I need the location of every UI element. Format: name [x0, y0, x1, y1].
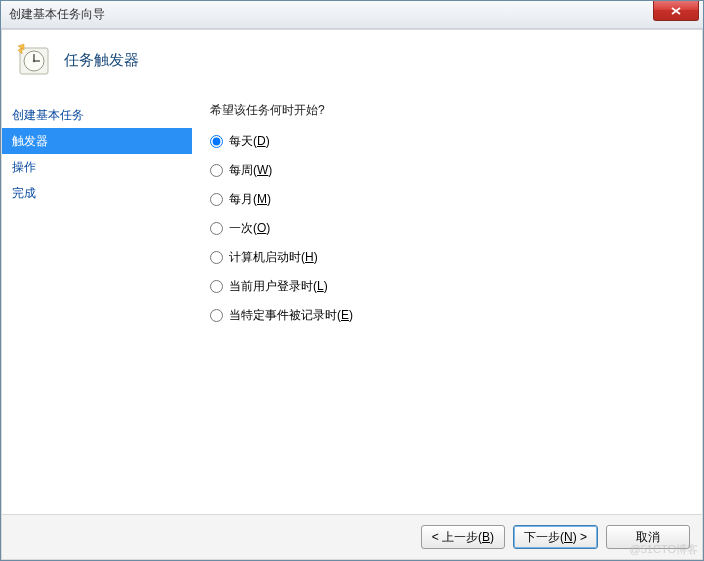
radio-monthly-input[interactable]: [210, 193, 223, 206]
close-button[interactable]: [653, 1, 699, 21]
radio-weekly-label: 每周(W): [229, 162, 272, 179]
radio-monthly[interactable]: 每月(M): [210, 191, 682, 208]
trigger-question: 希望该任务何时开始?: [210, 102, 682, 119]
radio-logon[interactable]: 当前用户登录时(L): [210, 278, 682, 295]
back-button[interactable]: < 上一步(B): [421, 525, 505, 549]
radio-event-input[interactable]: [210, 309, 223, 322]
sidebar-item-action[interactable]: 操作: [2, 154, 192, 180]
next-button[interactable]: 下一步(N) >: [513, 525, 598, 549]
radio-event-label: 当特定事件被记录时(E): [229, 307, 353, 324]
sidebar-item-create-task[interactable]: 创建基本任务: [2, 102, 192, 128]
radio-boot-label: 计算机启动时(H): [229, 249, 318, 266]
wizard-window: 创建基本任务向导 任务触发器 创建基本任务: [0, 0, 704, 561]
radio-logon-label: 当前用户登录时(L): [229, 278, 328, 295]
clock-icon: [16, 42, 52, 78]
footer: < 上一步(B) 下一步(N) > 取消: [2, 514, 702, 559]
sidebar-item-trigger[interactable]: 触发器: [2, 128, 192, 154]
radio-weekly[interactable]: 每周(W): [210, 162, 682, 179]
radio-daily-label: 每天(D): [229, 133, 270, 150]
radio-once-label: 一次(O): [229, 220, 270, 237]
radio-boot-input[interactable]: [210, 251, 223, 264]
content-row: 创建基本任务 触发器 操作 完成 希望该任务何时开始? 每天(D) 每周(W) …: [2, 102, 702, 514]
radio-boot[interactable]: 计算机启动时(H): [210, 249, 682, 266]
svg-point-4: [33, 60, 35, 62]
header-area: 任务触发器: [2, 30, 702, 102]
titlebar: 创建基本任务向导: [1, 1, 703, 29]
radio-event[interactable]: 当特定事件被记录时(E): [210, 307, 682, 324]
radio-weekly-input[interactable]: [210, 164, 223, 177]
close-icon: [671, 7, 681, 15]
radio-monthly-label: 每月(M): [229, 191, 271, 208]
page-title: 任务触发器: [64, 51, 139, 70]
radio-once-input[interactable]: [210, 222, 223, 235]
radio-once[interactable]: 一次(O): [210, 220, 682, 237]
radio-daily[interactable]: 每天(D): [210, 133, 682, 150]
wizard-body: 任务触发器 创建基本任务 触发器 操作 完成 希望该任务何时开始? 每天(D) …: [1, 29, 703, 560]
radio-daily-input[interactable]: [210, 135, 223, 148]
cancel-button[interactable]: 取消: [606, 525, 690, 549]
window-title: 创建基本任务向导: [9, 6, 105, 23]
main-panel: 希望该任务何时开始? 每天(D) 每周(W) 每月(M) 一次(O): [192, 102, 702, 514]
radio-logon-input[interactable]: [210, 280, 223, 293]
sidebar-item-finish[interactable]: 完成: [2, 180, 192, 206]
sidebar: 创建基本任务 触发器 操作 完成: [2, 102, 192, 514]
